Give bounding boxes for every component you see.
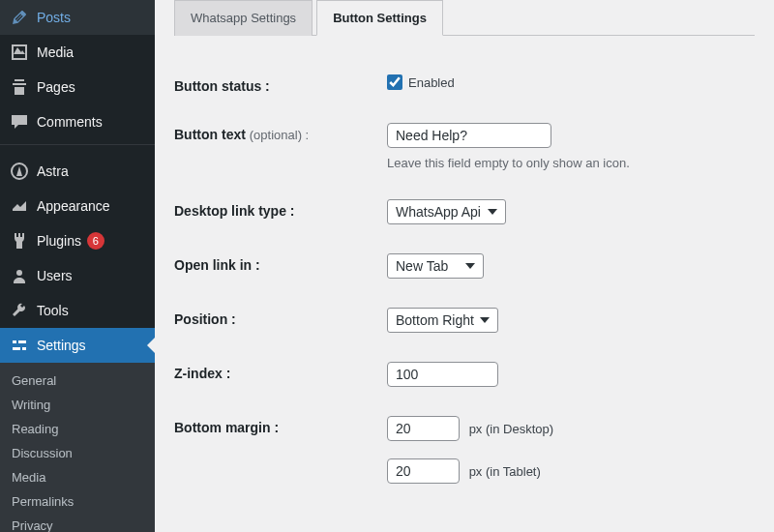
field-bottom-margin: px (in Desktop) px (in Tablet) [387,416,755,501]
checkbox-enabled[interactable] [387,74,402,90]
sidebar-item-label: Posts [37,10,71,25]
sidebar-item-settings[interactable]: Settings [0,328,155,363]
sidebar-item-label: Comments [37,114,103,130]
sidebar-item-comments[interactable]: Comments [0,104,155,139]
comments-icon [10,112,29,132]
sidebar-item-media[interactable]: Media [0,35,155,70]
sidebar-item-label: Users [37,268,73,283]
sidebar-item-label: Tools [37,303,69,318]
input-zindex[interactable] [387,362,498,387]
label-button-status: Button status : [174,74,387,94]
label-desktop-link: Desktop link type : [174,199,387,219]
unit-tablet: px (in Tablet) [469,464,541,479]
users-icon [10,266,29,285]
row-desktop-link: Desktop link type : WhatsApp Api [174,185,755,239]
sidebar-item-label: Astra [37,163,69,179]
label-open-link: Open link in : [174,253,387,273]
label-zindex: Z-index : [174,362,387,381]
admin-sidebar: Posts Media Pages Comments Astra Appeara… [0,0,155,532]
desc-button-text: Leave this field empty to only show an i… [387,156,755,170]
tab-button-settings[interactable]: Button Settings [316,0,443,36]
submenu-item-privacy[interactable]: Privacy [0,514,155,532]
submenu-item-permalinks[interactable]: Permalinks [0,489,155,514]
menu-separator [0,144,155,149]
input-bottom-margin-tablet[interactable] [387,458,460,484]
field-button-status: Enabled [387,74,755,90]
label-button-text: Button text (optional) : [174,123,387,142]
row-position: Position : Bottom Right [174,293,755,347]
sidebar-item-label: Appearance [37,198,110,214]
field-zindex [387,362,755,387]
field-button-text: Leave this field empty to only show an i… [387,123,755,170]
sidebar-item-pages[interactable]: Pages [0,70,155,104]
sidebar-item-astra[interactable]: Astra [0,154,155,189]
settings-tabs: Whatsapp Settings Button Settings [174,0,755,36]
row-zindex: Z-index : [174,347,755,401]
field-position: Bottom Right [387,308,755,333]
field-open-link: New Tab [387,253,755,279]
submenu-item-general[interactable]: General [0,369,155,393]
sidebar-item-label: Settings [37,338,86,353]
sidebar-item-appearance[interactable]: Appearance [0,189,155,223]
svg-point-1 [16,270,22,276]
field-desktop-link: WhatsApp Api [387,199,755,224]
sidebar-item-label: Media [37,44,74,60]
settings-form: Button status : Enabled Button text (opt… [174,60,755,516]
unit-desktop: px (in Desktop) [469,422,553,436]
tab-whatsapp-settings[interactable]: Whatsapp Settings [174,0,313,36]
checkbox-enabled-label: Enabled [408,75,455,90]
sidebar-item-label: Plugins [37,233,81,249]
row-button-status: Button status : Enabled [174,60,755,108]
row-button-text: Button text (optional) : Leave this fiel… [174,108,755,185]
update-badge: 6 [87,232,104,250]
sidebar-item-users[interactable]: Users [0,258,155,293]
posts-icon [10,8,29,27]
sidebar-item-label: Pages [37,79,75,95]
row-open-link: Open link in : New Tab [174,239,755,293]
settings-icon [10,336,29,355]
appearance-icon [10,196,29,216]
sidebar-item-plugins[interactable]: Plugins 6 [0,223,155,258]
submenu-item-media[interactable]: Media [0,465,155,489]
checkbox-enabled-wrap[interactable]: Enabled [387,74,755,90]
pages-icon [10,77,29,97]
sidebar-item-posts[interactable]: Posts [0,0,155,35]
select-desktop-link[interactable]: WhatsApp Api [387,199,506,224]
label-position: Position : [174,308,387,327]
settings-submenu: General Writing Reading Discussion Media… [0,363,155,532]
submenu-item-discussion[interactable]: Discussion [0,441,155,465]
astra-icon [10,162,29,181]
input-button-text[interactable] [387,123,551,148]
plugins-icon [10,231,29,251]
submenu-item-reading[interactable]: Reading [0,417,155,441]
sidebar-item-tools[interactable]: Tools [0,293,155,328]
select-open-link[interactable]: New Tab [387,253,484,279]
media-icon [10,43,29,62]
select-position[interactable]: Bottom Right [387,308,498,333]
tools-icon [10,301,29,320]
label-bottom-margin: Bottom margin : [174,416,387,435]
submenu-item-writing[interactable]: Writing [0,393,155,417]
row-bottom-margin: Bottom margin : px (in Desktop) px (in T… [174,401,755,516]
input-bottom-margin-desktop[interactable] [387,416,460,441]
main-content: Whatsapp Settings Button Settings Button… [155,0,774,532]
